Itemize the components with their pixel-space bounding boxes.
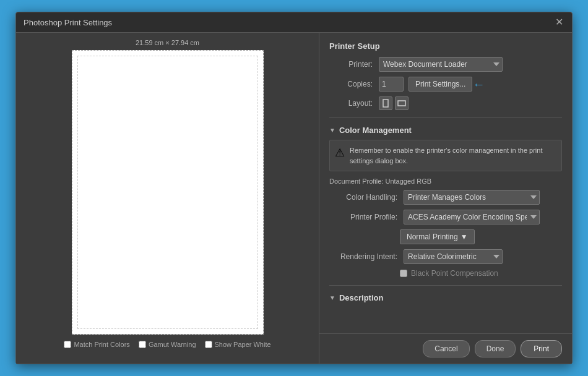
gamut-warning-label: Gamut Warning	[149, 341, 196, 348]
divider-2	[329, 285, 562, 286]
title-bar: Photoshop Print Settings ✕	[16, 12, 572, 33]
right-scrollable: Printer Setup Printer: Webex Document Lo…	[319, 33, 572, 333]
gamut-warning-checkbox-item[interactable]: Gamut Warning	[139, 341, 196, 348]
layout-label: Layout:	[329, 99, 373, 108]
color-handling-label: Color Handling:	[329, 193, 397, 202]
normal-printing-row: Normal Printing ▼	[329, 229, 562, 244]
match-print-colors-label: Match Print Colors	[74, 341, 129, 348]
paper-inner	[77, 56, 258, 329]
description-title: Description	[339, 293, 384, 302]
show-paper-white-checkbox[interactable]	[205, 341, 212, 348]
checkboxes-row: Match Print Colors Gamut Warning Show Pa…	[64, 341, 270, 348]
landscape-icon[interactable]	[395, 96, 409, 110]
dialog-body: 21.59 cm × 27.94 cm Match Print Colors G…	[16, 33, 572, 364]
gamut-warning-checkbox[interactable]	[139, 341, 146, 348]
dialog-title: Photoshop Print Settings	[24, 18, 112, 27]
normal-printing-chevron: ▼	[460, 233, 468, 241]
copies-label: Copies:	[329, 80, 373, 88]
svg-rect-0	[383, 100, 388, 107]
normal-printing-label: Normal Printing	[407, 233, 458, 241]
photoshop-print-settings-dialog: Photoshop Print Settings ✕ 21.59 cm × 27…	[15, 12, 573, 364]
desc-chevron-icon[interactable]: ▼	[329, 294, 335, 301]
cm-chevron-icon[interactable]: ▼	[329, 127, 335, 134]
color-management-header: ▼ Color Management	[329, 126, 562, 135]
portrait-svg	[381, 99, 390, 108]
doc-profile: Document Profile: Untagged RGB	[329, 177, 562, 185]
rendering-intent-label: Rendering Intent:	[329, 252, 397, 261]
match-print-colors-checkbox-item[interactable]: Match Print Colors	[64, 341, 129, 348]
rendering-intent-row: Rendering Intent: Relative Colorimetric	[329, 249, 562, 264]
color-handling-row: Color Handling: Printer Manages Colors	[329, 190, 562, 205]
copies-row: Copies: Print Settings... ←	[329, 77, 562, 92]
print-button[interactable]: Print	[521, 340, 562, 357]
landscape-svg	[397, 99, 406, 108]
done-button[interactable]: Done	[475, 340, 516, 357]
layout-icons	[379, 96, 409, 110]
arrow-indicator: ←	[472, 77, 485, 92]
color-management-title: Color Management	[339, 126, 412, 135]
printer-select[interactable]: Webex Document Loader	[379, 57, 503, 72]
divider-1	[329, 118, 562, 118]
color-handling-select[interactable]: Printer Manages Colors	[404, 190, 540, 205]
bpc-checkbox[interactable]	[400, 270, 407, 277]
dialog-footer: Cancel Done Print	[319, 333, 572, 364]
warning-text: Remember to enable the printer's color m…	[350, 145, 556, 166]
cancel-button[interactable]: Cancel	[423, 340, 469, 357]
page-size-label: 21.59 cm × 27.94 cm	[136, 39, 199, 46]
show-paper-white-label: Show Paper White	[215, 341, 271, 348]
warning-icon: ⚠	[335, 146, 345, 160]
warning-box: ⚠ Remember to enable the printer's color…	[329, 140, 562, 171]
svg-rect-1	[398, 101, 405, 106]
print-settings-button[interactable]: Print Settings...	[409, 77, 472, 92]
printer-profile-select[interactable]: ACES Academy Color Encoding Specificatio…	[404, 210, 540, 224]
bpc-row: Black Point Compensation	[400, 269, 562, 278]
match-print-colors-checkbox[interactable]	[64, 341, 71, 348]
close-button[interactable]: ✕	[554, 17, 564, 27]
left-panel: 21.59 cm × 27.94 cm Match Print Colors G…	[16, 33, 319, 364]
show-paper-white-checkbox-item[interactable]: Show Paper White	[205, 341, 271, 348]
rendering-intent-select[interactable]: Relative Colorimetric	[404, 249, 503, 264]
printer-label: Printer:	[329, 60, 373, 69]
bpc-label: Black Point Compensation	[411, 269, 498, 278]
printer-profile-label: Printer Profile:	[329, 213, 397, 221]
right-panel: Printer Setup Printer: Webex Document Lo…	[319, 33, 572, 364]
paper-preview	[72, 50, 264, 335]
portrait-icon[interactable]	[379, 96, 392, 110]
printer-row: Printer: Webex Document Loader	[329, 57, 562, 72]
layout-row: Layout:	[329, 96, 562, 110]
description-header: ▼ Description	[329, 293, 562, 302]
printer-profile-row: Printer Profile: ACES Academy Color Enco…	[329, 210, 562, 224]
normal-printing-button[interactable]: Normal Printing ▼	[400, 229, 475, 244]
copies-input[interactable]	[379, 77, 404, 92]
printer-setup-title: Printer Setup	[329, 41, 562, 51]
